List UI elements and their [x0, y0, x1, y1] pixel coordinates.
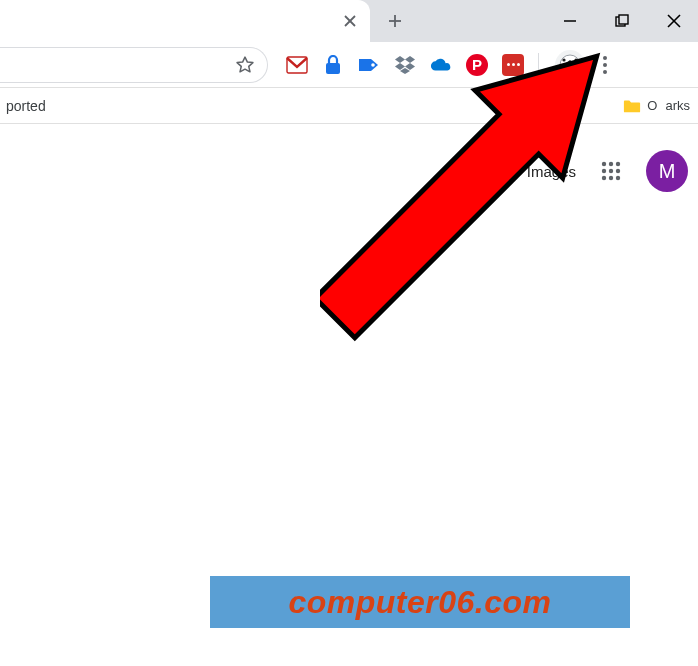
lastpass-icon: [502, 54, 524, 76]
soccer-avatar-icon: [559, 54, 581, 76]
close-icon: [666, 13, 682, 29]
plus-icon: [387, 13, 403, 29]
svg-point-19: [603, 63, 607, 67]
bookmarks-right-group: O arks: [623, 98, 690, 114]
gmail-icon: [286, 56, 308, 74]
dropbox-extension-icon[interactable]: [394, 54, 416, 76]
chrome-menu-button[interactable]: [595, 50, 615, 80]
bookmark-folder-2-label: arks: [665, 98, 690, 113]
window-controls: [556, 0, 698, 42]
vertical-dots-icon: [602, 55, 608, 75]
svg-rect-10: [326, 63, 340, 74]
onedrive-extension-icon[interactable]: [430, 54, 452, 76]
gmail-extension-icon[interactable]: [286, 54, 308, 76]
bookmark-star-button[interactable]: [233, 53, 257, 77]
svg-point-28: [609, 176, 613, 180]
profile-button[interactable]: [555, 50, 585, 80]
google-header-row: Gmail Images M: [466, 150, 688, 192]
import-bookmarks-text: ported: [6, 98, 46, 114]
minimize-button[interactable]: [556, 7, 584, 35]
gmail-link[interactable]: Gmail: [466, 163, 505, 180]
toolbar: P: [0, 42, 698, 88]
svg-point-23: [616, 162, 620, 166]
avatar-initial: M: [659, 160, 676, 183]
svg-point-18: [603, 56, 607, 60]
tab-close-button[interactable]: [340, 11, 360, 31]
tab-strip: [0, 0, 698, 42]
new-tab-button[interactable]: [380, 6, 410, 36]
google-account-avatar[interactable]: M: [646, 150, 688, 192]
watermark-text: computer06.com: [288, 584, 551, 621]
svg-point-17: [574, 68, 577, 71]
svg-point-16: [562, 68, 565, 71]
pinterest-icon: P: [466, 54, 488, 76]
window-close-button[interactable]: [660, 7, 688, 35]
minimize-icon: [563, 14, 577, 28]
lastpass-extension-icon[interactable]: [502, 54, 524, 76]
active-tab[interactable]: [0, 0, 370, 42]
close-icon: [344, 15, 356, 27]
svg-point-25: [609, 169, 613, 173]
svg-rect-6: [619, 15, 628, 24]
dropbox-icon: [394, 55, 416, 75]
svg-point-14: [562, 58, 565, 61]
cloud-icon: [430, 57, 452, 73]
svg-point-27: [602, 176, 606, 180]
bookmark-folder-1-label: O: [647, 98, 657, 113]
svg-point-26: [616, 169, 620, 173]
lock-icon: [324, 55, 342, 75]
tag-extension-icon[interactable]: [358, 54, 380, 76]
extensions-row: P: [286, 53, 539, 77]
maximize-button[interactable]: [608, 7, 636, 35]
pinterest-label: P: [472, 56, 482, 73]
omnibox[interactable]: [0, 47, 268, 83]
svg-point-24: [602, 169, 606, 173]
svg-point-15: [574, 58, 577, 61]
images-link[interactable]: Images: [527, 163, 576, 180]
tag-icon: [358, 55, 380, 75]
bookmark-folder-1[interactable]: O: [623, 98, 657, 114]
svg-point-29: [616, 176, 620, 180]
star-outline-icon: [235, 55, 255, 75]
folder-icon: [623, 98, 641, 114]
svg-point-22: [609, 162, 613, 166]
bookmark-folder-2[interactable]: arks: [665, 98, 690, 113]
bookmarks-bar: ported O arks: [0, 88, 698, 124]
watermark-banner: computer06.com: [210, 576, 630, 628]
svg-point-21: [602, 162, 606, 166]
grid-dots-icon: [600, 160, 622, 182]
lock-extension-icon[interactable]: [322, 54, 344, 76]
extension-separator: [538, 53, 539, 77]
google-apps-button[interactable]: [598, 158, 624, 184]
maximize-icon: [615, 14, 629, 28]
svg-point-20: [603, 70, 607, 74]
svg-point-11: [371, 63, 375, 67]
pinterest-extension-icon[interactable]: P: [466, 54, 488, 76]
